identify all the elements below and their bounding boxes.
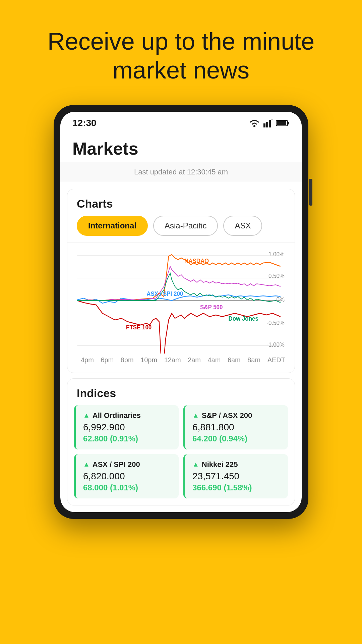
hero-text: Receive up to the minute market news	[0, 0, 362, 105]
index-all-ordinaries: ▲ All Ordinaries 6,992.900 62.800 (0.91%…	[74, 405, 179, 449]
tab-international[interactable]: International	[77, 216, 148, 236]
status-time: 12:30	[72, 118, 97, 128]
app-header: Markets	[60, 132, 302, 162]
svg-text:ASX / SPI 200: ASX / SPI 200	[146, 290, 183, 297]
svg-text:Dow Jones: Dow Jones	[229, 315, 258, 322]
svg-text:S&P 500: S&P 500	[200, 304, 223, 311]
chart-area: 1.00% 0.50% 0% -0.50% -1.00%	[67, 243, 295, 373]
svg-text:0%: 0%	[276, 296, 284, 303]
last-updated-bar: Last updated at 12:30:45 am	[60, 162, 302, 182]
phone-mockup: 12:30	[54, 105, 308, 519]
status-bar: 12:30	[60, 112, 302, 132]
x-label-8pm: 8pm	[121, 356, 134, 364]
x-label-2am: 2am	[188, 356, 201, 364]
x-label-aedt: AEDT	[267, 356, 285, 364]
index-header-nikkei: ▲ Nikkei 225	[192, 460, 282, 469]
svg-rect-2	[266, 122, 268, 127]
index-value-all-ord: 6,992.900	[83, 422, 173, 433]
svg-text:NASDAQ: NASDAQ	[184, 257, 209, 264]
index-name-asx-spi: ASX / SPI 200	[93, 460, 140, 469]
phone-screen: 12:30	[60, 112, 302, 512]
svg-rect-3	[269, 120, 271, 127]
charts-title: Charts	[67, 189, 295, 216]
x-label-4pm: 4pm	[81, 356, 94, 364]
x-label-6am: 6am	[228, 356, 241, 364]
chart-x-labels: 4pm 6pm 8pm 10pm 12am 2am 4am 6am 8am AE…	[74, 354, 295, 369]
x-label-12am: 12am	[164, 356, 181, 364]
chart-svg-container: 1.00% 0.50% 0% -0.50% -1.00%	[74, 246, 295, 354]
index-value-asx-spi: 6,820.000	[83, 471, 173, 482]
index-name-all-ord: All Ordinaries	[93, 411, 141, 420]
up-arrow-nikkei: ▲	[192, 461, 199, 468]
index-name-sp-asx: S&P / ASX 200	[202, 411, 252, 420]
index-nikkei225: ▲ Nikkei 225 23,571.450 366.690 (1.58%)	[183, 454, 288, 498]
index-change-nikkei: 366.690 (1.58%)	[192, 483, 282, 492]
tab-asx[interactable]: ASX	[223, 216, 262, 236]
index-header-all-ord: ▲ All Ordinaries	[83, 411, 173, 420]
svg-text:1.00%: 1.00%	[268, 251, 285, 258]
up-arrow-asx-spi: ▲	[83, 461, 90, 468]
indices-grid: ▲ All Ordinaries 6,992.900 62.800 (0.91%…	[67, 405, 295, 502]
svg-rect-7	[288, 122, 289, 124]
svg-rect-1	[263, 123, 265, 127]
svg-rect-6	[277, 121, 286, 125]
index-change-sp-asx: 64.200 (0.94%)	[192, 434, 282, 443]
index-asx-spi200: ▲ ASX / SPI 200 6,820.000 68.000 (1.01%)	[74, 454, 179, 498]
up-arrow-all-ord: ▲	[83, 412, 90, 419]
x-label-6pm: 6pm	[101, 356, 114, 364]
x-label-8am: 8am	[247, 356, 260, 364]
charts-card: Charts International Asia-Pacific ASX 1.…	[67, 189, 295, 373]
svg-rect-4	[271, 119, 273, 120]
battery-icon	[276, 119, 290, 127]
x-label-4am: 4am	[208, 356, 221, 364]
phone-side-button	[309, 179, 312, 206]
index-header-sp-asx: ▲ S&P / ASX 200	[192, 411, 282, 420]
x-label-10pm: 10pm	[140, 356, 157, 364]
index-value-nikkei: 23,571.450	[192, 471, 282, 482]
index-change-asx-spi: 68.000 (1.01%)	[83, 483, 173, 492]
svg-text:FTSE 100: FTSE 100	[126, 324, 152, 331]
tab-asia-pacific[interactable]: Asia-Pacific	[153, 216, 218, 236]
indices-title: Indices	[67, 379, 295, 405]
index-sp-asx200: ▲ S&P / ASX 200 6,881.800 64.200 (0.94%)	[183, 405, 288, 449]
svg-text:-1.00%: -1.00%	[266, 341, 285, 348]
index-name-nikkei: Nikkei 225	[202, 460, 238, 469]
indices-card: Indices ▲ All Ordinaries 6,992.900 62.80…	[67, 378, 295, 505]
chart-svg: 1.00% 0.50% 0% -0.50% -1.00%	[74, 246, 295, 354]
status-icons	[249, 119, 290, 127]
index-value-sp-asx: 6,881.800	[192, 422, 282, 433]
up-arrow-sp-asx: ▲	[192, 412, 199, 419]
index-header-asx-spi: ▲ ASX / SPI 200	[83, 460, 173, 469]
svg-text:0.50%: 0.50%	[268, 272, 285, 279]
page-title: Markets	[72, 139, 290, 159]
index-change-all-ord: 62.800 (0.91%)	[83, 434, 173, 443]
chart-tab-row: International Asia-Pacific ASX	[67, 216, 295, 243]
signal-icon	[263, 119, 273, 127]
wifi-icon	[249, 119, 260, 127]
svg-point-0	[253, 125, 255, 127]
